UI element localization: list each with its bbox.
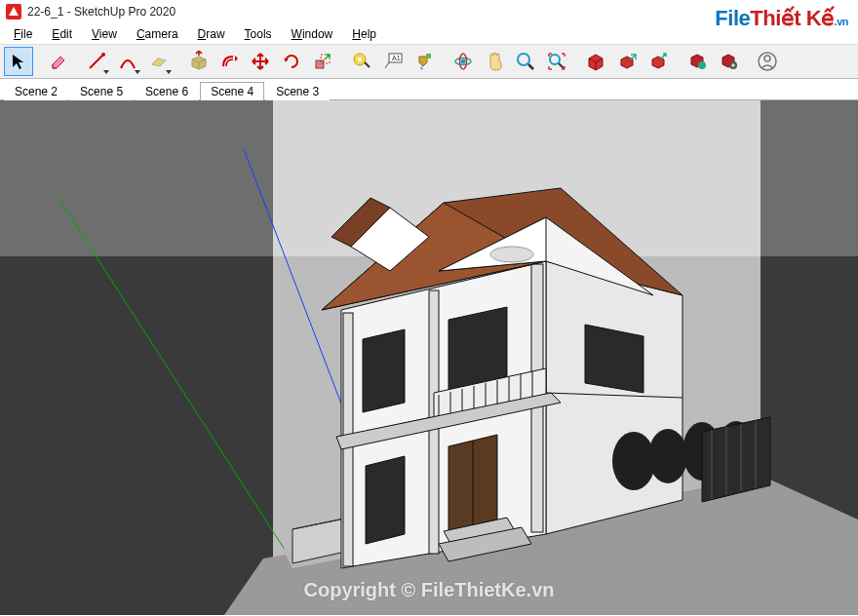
svg-point-14 bbox=[698, 61, 706, 69]
scene-tab-4[interactable]: Scene 3 bbox=[265, 82, 330, 100]
svg-point-13 bbox=[550, 55, 560, 64]
pan-tool[interactable] bbox=[480, 47, 509, 76]
scene-tab-2[interactable]: Scene 6 bbox=[135, 82, 199, 100]
svg-point-1 bbox=[101, 53, 105, 57]
warehouse-send-tool[interactable] bbox=[644, 47, 673, 76]
paint-tool[interactable] bbox=[410, 47, 439, 76]
scene-tab-3[interactable]: Scene 4 bbox=[200, 82, 264, 100]
shapes-tool[interactable] bbox=[144, 47, 174, 76]
svg-point-55 bbox=[490, 247, 533, 262]
svg-point-5 bbox=[358, 58, 362, 61]
svg-marker-39 bbox=[448, 307, 507, 391]
scale-tool[interactable] bbox=[308, 47, 337, 76]
main-toolbar: A1 bbox=[0, 45, 858, 79]
rotate-tool[interactable] bbox=[277, 47, 306, 76]
lines-tool[interactable] bbox=[82, 47, 111, 76]
pushpull-tool[interactable] bbox=[183, 47, 213, 76]
text-tool[interactable]: A1 bbox=[378, 47, 408, 76]
svg-point-12 bbox=[518, 54, 529, 65]
menu-view[interactable]: View bbox=[82, 25, 127, 43]
svg-point-11 bbox=[461, 59, 466, 64]
offset-tool[interactable] bbox=[214, 47, 244, 76]
menu-draw[interactable]: Draw bbox=[188, 25, 235, 43]
tape-tool[interactable] bbox=[347, 47, 376, 76]
menu-camera[interactable]: Camera bbox=[127, 25, 188, 43]
viewport-3d[interactable]: Copyright © FileThietKe.vn bbox=[0, 100, 858, 615]
svg-rect-8 bbox=[426, 54, 431, 58]
extension-manager-tool[interactable] bbox=[714, 47, 743, 76]
select-tool[interactable] bbox=[4, 47, 33, 76]
svg-rect-2 bbox=[316, 60, 324, 68]
menu-tools[interactable]: Tools bbox=[235, 25, 282, 43]
svg-marker-50 bbox=[585, 325, 644, 393]
signin-button[interactable] bbox=[753, 47, 782, 76]
3dwarehouse-tool[interactable] bbox=[581, 47, 610, 76]
scene-tab-1[interactable]: Scene 5 bbox=[69, 82, 134, 100]
dropdown-caret-icon bbox=[166, 70, 172, 74]
svg-marker-38 bbox=[363, 329, 405, 412]
dropdown-caret-icon bbox=[103, 70, 109, 74]
zoom-tool[interactable] bbox=[511, 47, 540, 76]
orbit-tool[interactable] bbox=[448, 47, 478, 76]
svg-point-17 bbox=[764, 56, 770, 61]
extension-warehouse-tool[interactable] bbox=[682, 47, 712, 76]
warehouse-get-tool[interactable] bbox=[612, 47, 642, 76]
site-watermark-logo: FileThiết Kế.vn bbox=[715, 6, 848, 31]
scene-tab-0[interactable]: Scene 2 bbox=[4, 82, 68, 100]
menu-file[interactable]: Fdocument.currentScript.previousElementS… bbox=[4, 25, 42, 43]
menu-edit[interactable]: Edit bbox=[42, 25, 82, 43]
app-icon bbox=[6, 4, 21, 19]
move-tool[interactable] bbox=[246, 47, 275, 76]
svg-text:A1: A1 bbox=[392, 55, 401, 61]
menu-help[interactable]: Help bbox=[342, 25, 386, 43]
dropdown-caret-icon bbox=[135, 70, 140, 74]
arcs-tool[interactable] bbox=[113, 47, 142, 76]
svg-point-62 bbox=[648, 429, 687, 483]
svg-marker-28 bbox=[546, 261, 682, 534]
menu-window[interactable]: Window bbox=[282, 25, 343, 43]
zoom-extents-tool[interactable] bbox=[542, 47, 571, 76]
svg-marker-35 bbox=[366, 456, 405, 544]
eraser-tool[interactable] bbox=[43, 47, 72, 76]
scene-tabs: Scene 2 Scene 5 Scene 6 Scene 4 Scene 3 bbox=[0, 79, 858, 100]
